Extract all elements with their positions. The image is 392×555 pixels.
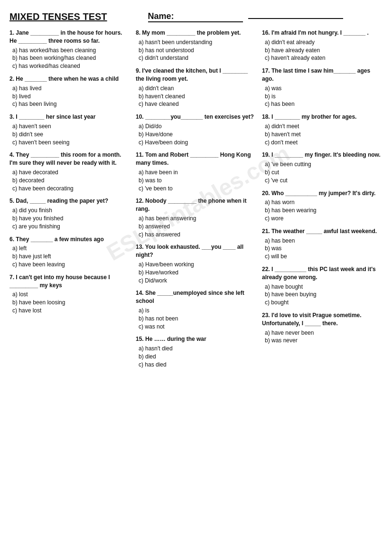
question-text: 19. I _________ my finger. It's bleeding… (262, 151, 383, 159)
option-item: c) don't meet (265, 139, 383, 147)
question-block: 1. Jane _________ in the house for hours… (9, 29, 130, 70)
option-item: b) has been wearing (265, 207, 383, 215)
option-item: c) Have/been doing (139, 139, 256, 147)
option-item: a) hasn't been understanding (139, 38, 256, 47)
options-list: a) isb) has not beenc) was not (139, 307, 256, 330)
question-block: 16. I'm afraid I'm not hungry. I _______… (262, 29, 383, 62)
options-list: a) has wornb) has been wearingc) wore (265, 198, 383, 222)
question-block: 15. He …… during the wara) hasn't diedb)… (136, 335, 256, 368)
option-item: a) hasn't died (139, 345, 256, 353)
options-list: a) wasb) isc) has been (265, 85, 383, 108)
question-text: 3. I ________ her since last year (9, 113, 130, 121)
question-text: 13. You look exhausted. ___you ____ all … (136, 243, 256, 259)
options-list: a) has worked/has been cleaningb) has be… (12, 47, 130, 70)
question-block: 22. I __________ this PC last week and i… (262, 265, 383, 307)
option-item: c) was not (139, 323, 256, 331)
question-text: 1. Jane _________ in the house for hours… (9, 29, 130, 45)
option-item: c) 've been to (139, 185, 256, 193)
option-item: c) have been leaving (12, 261, 130, 269)
options-list: a) Did/dob) Have/donec) Have/been doing (139, 122, 256, 146)
option-item: b) has not understood (139, 47, 256, 55)
option-item: c) Did/work (139, 277, 256, 285)
option-item: b) answered (139, 223, 256, 231)
question-text: 10. ________you_______ ten exercises yet… (136, 113, 256, 121)
option-item: b) Have/worked (139, 269, 256, 277)
option-item: b) have been loosing (12, 299, 130, 307)
option-item: c) haven't been seeing (12, 139, 130, 147)
option-item: b) cut (265, 169, 383, 177)
question-block: 23. I'd love to visit Prague sometime. U… (262, 311, 383, 345)
option-item: c) will be (265, 253, 383, 261)
question-text: 6. They _______ a few minutes ago (9, 235, 130, 244)
question-text: 20. Who __________ my jumper? It's dirty… (262, 189, 383, 198)
option-item: a) was (265, 85, 383, 93)
name-field: Name: (145, 11, 343, 22)
question-text: 2. He _______ there when he was a child (9, 75, 130, 83)
option-item: c) have been decorating (12, 185, 130, 193)
question-block: 8. My mom _________ the problem yet.a) h… (136, 29, 256, 62)
question-block: 11. Tom and Robert _________ Hong Kong m… (136, 151, 256, 192)
option-item: c) has died (139, 361, 256, 369)
option-item: a) have been in (139, 169, 256, 177)
question-text: 22. I __________ this PC last week and i… (262, 265, 383, 282)
option-item: b) haven't cleaned (139, 93, 256, 101)
page-header: MIXED TENSES TEST Name: (9, 11, 383, 22)
option-item: c) have cleaned (139, 100, 256, 108)
option-item: c) bought (265, 299, 383, 307)
question-block: 21. The weather _____ awful last weekend… (262, 227, 383, 261)
question-block: 10. ________you_______ ten exercises yet… (136, 113, 256, 146)
option-item: b) have just left (12, 253, 130, 261)
option-item: b) have been buying (265, 291, 383, 299)
options-list: a) have never beenb) was never (265, 329, 383, 345)
options-list: a) have been inb) was toc) 've been to (139, 169, 256, 192)
question-block: 7. I can't get into my house because I _… (9, 273, 130, 315)
option-item: c) are you finishing (12, 223, 130, 231)
options-list: a) lostb) have been loosingc) have lost (12, 291, 130, 314)
question-block: 13. You look exhausted. ___you ____ all … (136, 243, 256, 284)
question-text: 7. I can't get into my house because I _… (9, 273, 130, 290)
column-2: 8. My mom _________ the problem yet.a) h… (133, 29, 259, 373)
option-item: b) was never (265, 337, 383, 345)
option-item: b) has not been (139, 315, 256, 323)
option-item: c) has worked/has cleaned (12, 62, 130, 70)
options-list: a) didn't eat alreadyb) have already eat… (265, 38, 383, 62)
options-list: a) didn't meetb) haven't metc) don't mee… (265, 122, 383, 146)
question-block: 4. They _________ this room for a month.… (9, 151, 130, 192)
option-item: c) has been living (12, 100, 130, 108)
option-item: a) has been answering (139, 215, 256, 223)
option-item: b) died (139, 353, 256, 361)
question-text: 11. Tom and Robert _________ Hong Kong m… (136, 151, 256, 167)
option-item: a) didn't eat already (265, 38, 383, 47)
option-item: b) was to (139, 177, 256, 185)
option-item: a) has lived (12, 85, 130, 93)
question-text: 4. They _________ this room for a month.… (9, 151, 130, 167)
option-item: b) is (265, 93, 383, 101)
option-item: c) has answered (139, 231, 256, 239)
option-item: a) have decorated (12, 169, 130, 177)
options-list: a) has beenb) wasc) will be (265, 237, 383, 261)
option-item: a) have never been (265, 329, 383, 337)
question-block: 3. I ________ her since last yeara) have… (9, 113, 130, 146)
option-item: a) didn't clean (139, 85, 256, 93)
option-item: a) lost (12, 291, 130, 299)
option-item: b) haven't met (265, 131, 383, 139)
option-item: c) didn't understand (139, 54, 256, 62)
column-3: 16. I'm afraid I'm not hungry. I _______… (259, 29, 383, 373)
question-block: 5. Dad, _____ reading the paper yet?a) d… (9, 197, 130, 230)
question-text: 15. He …… during the war (136, 335, 256, 343)
question-text: 12. Nobody _________ the phone when it r… (136, 197, 256, 213)
option-item: a) 've been cutting (265, 160, 383, 169)
option-item: c) haven't already eaten (265, 54, 383, 62)
option-item: a) left (12, 245, 130, 253)
option-item: a) has worked/has been cleaning (12, 47, 130, 55)
option-item: b) have already eaten (265, 47, 383, 55)
options-list: a) has been answeringb) answeredc) has a… (139, 215, 256, 238)
question-text: 17. The last time I saw him_______ ages … (262, 67, 383, 83)
page-title: MIXED TENSES TEST (9, 11, 107, 22)
option-item: a) didn't meet (265, 122, 383, 131)
option-item: a) is (139, 307, 256, 315)
question-block: 12. Nobody _________ the phone when it r… (136, 197, 256, 238)
question-block: 2. He _______ there when he was a childa… (9, 75, 130, 108)
option-item: a) has been (265, 237, 383, 245)
option-item: c) 've cut (265, 177, 383, 185)
